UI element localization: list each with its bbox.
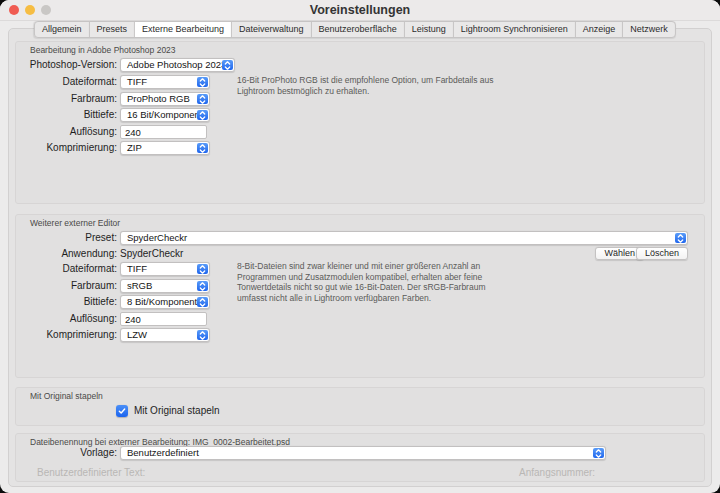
photoshop-helper-text: 16-Bit ProPhoto RGB ist die empfohlene O… <box>237 75 494 96</box>
compression-popup[interactable]: LZW <box>120 328 210 342</box>
application-value: SpyderCheckr <box>120 247 183 261</box>
section-caption: Bearbeitung in Adobe Photoshop 2023 <box>30 45 176 55</box>
popup-stepper-icon <box>593 448 604 458</box>
compression-popup[interactable]: ZIP <box>120 141 210 155</box>
field-label: Farbraum: <box>16 279 117 293</box>
naming-template-popup[interactable]: Benutzerdefiniert <box>120 446 606 460</box>
row-resolution: Auflösung: <box>16 125 704 139</box>
popup-value: ProPhoto RGB <box>121 93 209 105</box>
row-template: Vorlage: Benutzerdefiniert <box>16 446 704 460</box>
popup-value: TIFF <box>121 76 209 88</box>
photoshop-version-popup[interactable]: Adobe Photoshop 2023 <box>120 58 235 72</box>
popup-value: 16 Bit/Komponente <box>121 109 209 121</box>
section-caption: Mit Original stapeln <box>30 391 103 401</box>
field-label: Anwendung: <box>16 247 117 261</box>
section-external-editor: Weiterer externer Editor Preset: SpyderC… <box>15 214 705 378</box>
field-label: Dateiformat: <box>16 262 117 276</box>
preferences-tab-bar: Allgemein Presets Externe Bearbeitung Da… <box>34 21 676 38</box>
checkmark-icon <box>117 406 127 416</box>
clear-button[interactable]: Löschen <box>636 247 688 260</box>
popup-stepper-icon <box>197 143 208 153</box>
field-label: Auflösung: <box>16 125 117 139</box>
field-label: Dateiformat: <box>16 75 117 89</box>
popup-value: SpyderCheckr <box>121 232 687 244</box>
popup-value: TIFF <box>121 263 209 275</box>
tab-presets[interactable]: Presets <box>89 22 135 37</box>
section-external-file-naming: Dateibenennung bei externer Bearbeitung:… <box>15 433 705 482</box>
field-label: Bittiefe: <box>16 295 117 309</box>
popup-value: 8 Bit/Komponente <box>121 296 209 308</box>
titlebar: Voreinstellungen <box>0 0 720 21</box>
bit-depth-popup[interactable]: 16 Bit/Komponente <box>120 108 210 122</box>
field-label: Komprimierung: <box>16 328 117 342</box>
tab-leistung[interactable]: Leistung <box>405 22 454 37</box>
popup-value: Benutzerdefiniert <box>121 447 605 459</box>
preset-popup[interactable]: SpyderCheckr <box>120 231 688 245</box>
color-space-popup[interactable]: ProPhoto RGB <box>120 92 210 106</box>
custom-text-label: Benutzerdefinierter Text: <box>37 467 145 478</box>
section-photoshop-editing: Bearbeitung in Adobe Photoshop 2023 Phot… <box>15 41 705 204</box>
popup-stepper-icon <box>197 94 208 104</box>
popup-stepper-icon <box>197 264 208 274</box>
tab-anzeige[interactable]: Anzeige <box>576 22 624 37</box>
popup-stepper-icon <box>222 60 233 70</box>
row-compression: Komprimierung: ZIP <box>16 141 704 155</box>
stack-with-original-checkbox[interactable] <box>116 405 128 417</box>
row-application: Anwendung: SpyderCheckr Wählen Löschen <box>16 247 704 261</box>
popup-value: sRGB <box>121 280 209 292</box>
minimize-window-icon[interactable] <box>25 5 35 15</box>
checkbox-label: Mit Original stapeln <box>134 405 220 417</box>
tab-netzwerk[interactable]: Netzwerk <box>623 22 675 37</box>
tab-lightroom-synchronisieren[interactable]: Lightroom Synchronisieren <box>454 22 576 37</box>
tab-allgemein[interactable]: Allgemein <box>35 22 90 37</box>
field-label: Vorlage: <box>16 446 117 460</box>
start-number-label: Anfangsnummer: <box>519 467 595 478</box>
row-compression: Komprimierung: LZW <box>16 328 704 342</box>
field-label: Farbraum: <box>16 92 117 106</box>
popup-stepper-icon <box>197 330 208 340</box>
section-caption: Weiterer externer Editor <box>30 218 120 228</box>
section-stack-with-original: Mit Original stapeln Mit Original stapel… <box>15 387 705 426</box>
row-photoshop-version: Photoshop-Version: Adobe Photoshop 2023 <box>16 58 704 72</box>
popup-stepper-icon <box>197 281 208 291</box>
resolution-input[interactable] <box>120 125 207 139</box>
zoom-window-icon <box>41 5 51 15</box>
popup-value: LZW <box>121 329 209 341</box>
file-format-popup[interactable]: TIFF <box>120 75 210 89</box>
editor-helper-text: 8-Bit-Dateien sind zwar kleiner und mit … <box>237 261 485 303</box>
popup-stepper-icon <box>197 110 208 120</box>
row-resolution: Auflösung: <box>16 312 704 326</box>
bit-depth-popup[interactable]: 8 Bit/Komponente <box>120 295 210 309</box>
row-bit-depth: Bittiefe: 16 Bit/Komponente <box>16 108 704 122</box>
resolution-input[interactable] <box>120 312 207 326</box>
popup-value: Adobe Photoshop 2023 <box>121 59 234 71</box>
field-label: Bittiefe: <box>16 108 117 122</box>
tab-externe-bearbeitung[interactable]: Externe Bearbeitung <box>135 22 232 37</box>
window-title: Voreinstellungen <box>0 0 720 20</box>
row-preset: Preset: SpyderCheckr <box>16 231 704 245</box>
popup-stepper-icon <box>197 77 208 87</box>
field-label: Preset: <box>16 231 117 245</box>
tab-content-panel: Bearbeitung in Adobe Photoshop 2023 Phot… <box>8 28 712 487</box>
tab-dateiverwaltung[interactable]: Dateiverwaltung <box>232 22 312 37</box>
field-label: Auflösung: <box>16 312 117 326</box>
popup-stepper-icon <box>197 297 208 307</box>
popup-value: ZIP <box>121 142 209 154</box>
tab-benutzeroberflaeche[interactable]: Benutzeroberfläche <box>312 22 405 37</box>
close-window-icon[interactable] <box>9 5 19 15</box>
preferences-window: Voreinstellungen Bearbeitung in Adobe Ph… <box>0 0 720 493</box>
field-label: Komprimierung: <box>16 141 117 155</box>
file-format-popup[interactable]: TIFF <box>120 262 210 276</box>
color-space-popup[interactable]: sRGB <box>120 279 210 293</box>
field-label: Photoshop-Version: <box>16 58 117 72</box>
popup-stepper-icon <box>675 233 686 243</box>
